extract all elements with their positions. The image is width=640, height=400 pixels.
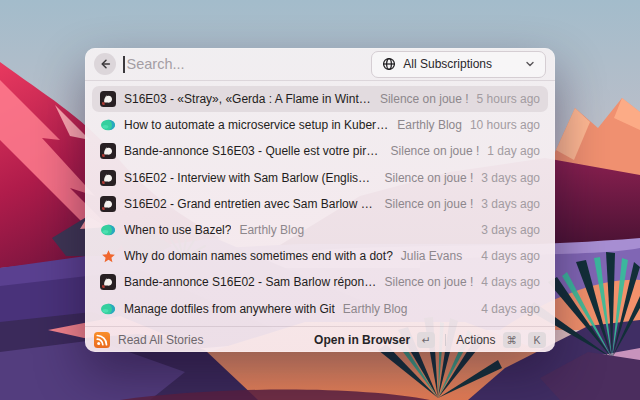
rss-search-window: All Subscriptions S16E03 - «Stray», «Ger… [85,48,555,352]
story-title: Bande-annonce S16E03 - Quelle est votre … [124,144,383,158]
story-time: 10 hours ago [470,118,540,132]
story-time: 1 day ago [487,144,540,158]
command-identity: Read All Stories [94,332,203,348]
return-key-badge: ↵ [417,332,435,348]
back-button[interactable] [94,53,116,75]
story-source: Earthly Blog [343,302,408,316]
list-item[interactable]: Bande-annonce S16E02 - Sam Barlow répond… [92,269,548,295]
list-item[interactable]: S16E02 - Grand entretien avec Sam Barlow… [92,191,548,217]
search-input[interactable] [125,56,372,72]
open-in-browser-button[interactable]: Open in Browser ↵ [314,332,435,348]
story-source: Earthly Blog [397,118,462,132]
silence-on-joue-favicon [100,91,116,107]
footer-bar: Read All Stories Open in Browser ↵ Actio… [85,326,555,352]
actions-label: Actions [456,333,495,347]
story-source: Silence on joue ! [385,197,474,211]
earthly-favicon [100,117,116,133]
chevron-down-icon [525,59,535,69]
story-source: Julia Evans [401,249,462,263]
globe-icon [382,57,396,71]
story-source: Silence on joue ! [385,171,474,185]
list-item[interactable]: When to use Bazel? Earthly Blog 3 days a… [92,217,548,243]
cmd-key-badge: ⌘ [503,332,522,348]
story-title: S16E03 - «Stray», «Gerda : A Flame in Wi… [124,92,372,106]
list-item[interactable]: Why do domain names sometimes end with a… [92,243,548,269]
subscriptions-dropdown[interactable]: All Subscriptions [371,51,546,78]
story-time: 4 days ago [481,302,540,316]
story-time: 4 days ago [481,249,540,263]
list-item[interactable]: Manage dotfiles from anywhere with Git E… [92,296,548,322]
story-source: Earthly Blog [239,223,304,237]
story-title: When to use Bazel? [124,223,231,237]
silence-on-joue-favicon [100,143,116,159]
silence-on-joue-favicon [100,274,116,290]
story-title: S16E02 - Interview with Sam Barlow (Engl… [124,171,377,185]
story-time: 3 days ago [481,171,540,185]
command-title: Read All Stories [118,333,203,347]
story-source: Silence on joue ! [385,275,474,289]
k-key-badge: K [528,332,546,348]
story-title: Manage dotfiles from anywhere with Git [124,302,335,316]
silence-on-joue-favicon [100,196,116,212]
list-item[interactable]: How to automate a microservice setup in … [92,112,548,138]
silence-on-joue-favicon [100,170,116,186]
story-time: 4 days ago [481,275,540,289]
story-title: S16E02 - Grand entretien avec Sam Barlow… [124,197,377,211]
story-list: S16E03 - «Stray», «Gerda : A Flame in Wi… [85,81,555,326]
story-time: 3 days ago [481,223,540,237]
arrow-left-icon [99,58,111,70]
footer-divider [445,334,446,346]
open-in-browser-label: Open in Browser [314,333,410,347]
list-item[interactable]: S16E03 - «Stray», «Gerda : A Flame in Wi… [92,86,548,112]
list-item[interactable]: S16E02 - Interview with Sam Barlow (Engl… [92,165,548,191]
story-time: 3 days ago [481,197,540,211]
story-title: Why do domain names sometimes end with a… [124,249,393,263]
star-icon [100,248,116,264]
story-title: How to automate a microservice setup in … [124,118,389,132]
story-title: Bande-annonce S16E02 - Sam Barlow répond… [124,275,377,289]
earthly-favicon [100,301,116,317]
story-source: Silence on joue ! [380,92,469,106]
actions-button[interactable]: Actions ⌘ K [456,332,546,348]
search-bar: All Subscriptions [85,48,555,81]
rss-icon [94,332,110,348]
earthly-favicon [100,222,116,238]
subscriptions-dropdown-label: All Subscriptions [403,57,492,71]
story-source: Silence on joue ! [391,144,480,158]
list-item[interactable]: Bande-annonce S16E03 - Quelle est votre … [92,138,548,164]
story-time: 5 hours ago [477,92,540,106]
